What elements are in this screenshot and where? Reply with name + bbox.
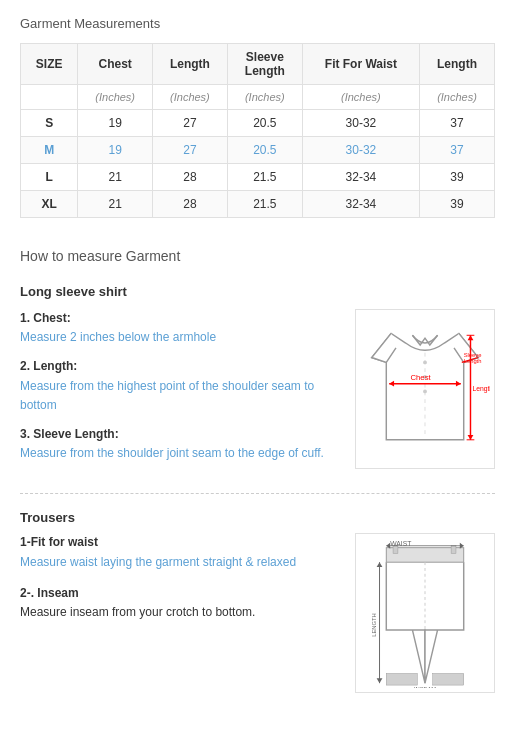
- svg-point-1: [423, 360, 427, 364]
- shirt-measure-content: 1. Chest: Measure 2 inches below the arm…: [20, 309, 495, 473]
- table-cell: 32-34: [302, 164, 419, 191]
- table-cell: 27: [152, 137, 227, 164]
- measure-item-chest: 1. Chest: Measure 2 inches below the arm…: [20, 309, 339, 347]
- shirt-measure-text: 1. Chest: Measure 2 inches below the arm…: [20, 309, 339, 473]
- table-header-row: SIZE Chest Length SleeveLength Fit For W…: [21, 44, 495, 85]
- table-cell: 21: [78, 164, 153, 191]
- trouser-type-label: Trousers: [20, 510, 495, 525]
- waist-fit-desc: Measure waist laying the garment straigh…: [20, 555, 296, 569]
- length-desc: Measure from the highest point of the sh…: [20, 379, 314, 412]
- unit-waist: (Inches): [302, 85, 419, 110]
- page-title: Garment Measurements: [20, 16, 495, 31]
- measure-item-sleeve: 3. Sleeve Length: Measure from the shoul…: [20, 425, 339, 463]
- unit-size: [21, 85, 78, 110]
- measure-item-waist-fit: 1-Fit for waist Measure waist laying the…: [20, 533, 339, 571]
- table-cell: 19: [78, 137, 153, 164]
- chest-label: Chest:: [33, 311, 70, 325]
- unit-length: (Inches): [152, 85, 227, 110]
- trouser-measure-text: 1-Fit for waist Measure waist laying the…: [20, 533, 339, 622]
- svg-rect-19: [451, 546, 456, 554]
- sleeve-desc: Measure from the shoulder joint seam to …: [20, 446, 324, 460]
- table-unit-row: (Inches) (Inches) (Inches) (Inches) (Inc…: [21, 85, 495, 110]
- svg-text:Chest: Chest: [410, 373, 431, 382]
- svg-rect-18: [393, 546, 398, 554]
- col-header-sleeve: SleeveLength: [227, 44, 302, 85]
- cell-size: S: [21, 110, 78, 137]
- table-row: M192720.530-3237: [21, 137, 495, 164]
- table-row: XL212821.532-3439: [21, 191, 495, 218]
- svg-point-3: [423, 389, 427, 393]
- svg-text:INSEAM: INSEAM: [414, 686, 436, 688]
- table-cell: 19: [78, 110, 153, 137]
- svg-rect-30: [433, 674, 464, 686]
- section-divider: [20, 493, 495, 494]
- inseam-desc: Measure inseam from your crotch to botto…: [20, 605, 255, 619]
- table-cell: 37: [420, 137, 495, 164]
- table-cell: 37: [420, 110, 495, 137]
- trouser-svg: WAIST LENGTH INSEAM: [370, 538, 480, 688]
- table-cell: 32-34: [302, 191, 419, 218]
- cell-size: L: [21, 164, 78, 191]
- how-to-title: How to measure Garment: [20, 248, 495, 264]
- shirt-svg: Chest Length Sleeve Length: [360, 314, 490, 464]
- svg-text:Length: Length: [472, 385, 490, 393]
- table-cell: 39: [420, 164, 495, 191]
- table-cell: 28: [152, 191, 227, 218]
- table-cell: 30-32: [302, 110, 419, 137]
- measure-item-length: 2. Length: Measure from the highest poin…: [20, 357, 339, 415]
- chest-number: 1.: [20, 311, 33, 325]
- shirt-type-label: Long sleeve shirt: [20, 284, 495, 299]
- shirt-image: Chest Length Sleeve Length: [355, 309, 495, 469]
- unit-chest: (Inches): [78, 85, 153, 110]
- table-cell: 21: [78, 191, 153, 218]
- table-row: S192720.530-3237: [21, 110, 495, 137]
- col-header-waist: Fit For Waist: [302, 44, 419, 85]
- col-header-wlength: Length: [420, 44, 495, 85]
- length-label: Length:: [33, 359, 77, 373]
- svg-rect-29: [386, 674, 417, 686]
- length-number: 2.: [20, 359, 33, 373]
- shirt-section: Long sleeve shirt 1. Chest: Measure 2 in…: [20, 284, 495, 473]
- measure-item-inseam: 2-. Inseam Measure inseam from your crot…: [20, 584, 339, 622]
- trouser-image: WAIST LENGTH INSEAM: [355, 533, 495, 693]
- chest-desc: Measure 2 inches below the armhole: [20, 330, 216, 344]
- sleeve-label: Sleeve Length:: [33, 427, 118, 441]
- svg-marker-27: [377, 679, 383, 684]
- svg-marker-26: [377, 563, 383, 568]
- table-cell: 20.5: [227, 110, 302, 137]
- unit-sleeve: (Inches): [227, 85, 302, 110]
- table-cell: 21.5: [227, 191, 302, 218]
- svg-marker-16: [468, 435, 474, 440]
- unit-wlength: (Inches): [420, 85, 495, 110]
- col-header-size: SIZE: [21, 44, 78, 85]
- svg-text:Length: Length: [464, 358, 482, 364]
- table-cell: 27: [152, 110, 227, 137]
- svg-text:LENGTH: LENGTH: [371, 614, 377, 638]
- col-header-length: Length: [152, 44, 227, 85]
- cell-size: M: [21, 137, 78, 164]
- sleeve-number: 3.: [20, 427, 33, 441]
- measurements-table: SIZE Chest Length SleeveLength Fit For W…: [20, 43, 495, 218]
- inseam-label: 2-. Inseam: [20, 586, 79, 600]
- table-cell: 30-32: [302, 137, 419, 164]
- table-row: L212821.532-3439: [21, 164, 495, 191]
- cell-size: XL: [21, 191, 78, 218]
- svg-marker-15: [468, 335, 474, 340]
- table-cell: 20.5: [227, 137, 302, 164]
- col-header-chest: Chest: [78, 44, 153, 85]
- svg-text:Sleeve: Sleeve: [464, 352, 482, 358]
- table-cell: 39: [420, 191, 495, 218]
- table-cell: 28: [152, 164, 227, 191]
- trouser-measure-content: 1-Fit for waist Measure waist laying the…: [20, 533, 495, 693]
- trouser-section: Trousers 1-Fit for waist Measure waist l…: [20, 510, 495, 693]
- waist-fit-label: 1-Fit for waist: [20, 535, 98, 549]
- table-cell: 21.5: [227, 164, 302, 191]
